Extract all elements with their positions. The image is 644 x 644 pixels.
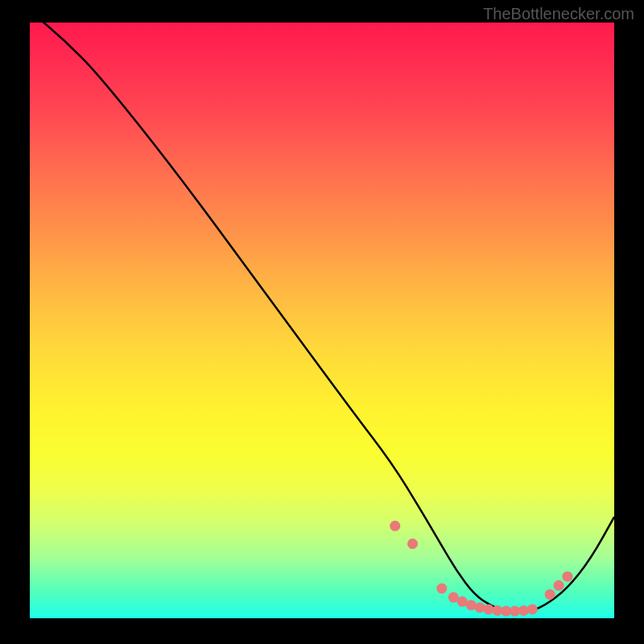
chart-svg xyxy=(30,23,614,618)
data-marker xyxy=(436,584,447,594)
data-marker xyxy=(390,521,400,531)
data-marker xyxy=(562,572,572,582)
data-marker xyxy=(527,604,538,614)
chart-area xyxy=(30,23,614,618)
watermark-text: TheBottlenecker.com xyxy=(483,5,634,23)
data-marker xyxy=(407,539,418,549)
data-marker xyxy=(466,600,477,610)
data-marker xyxy=(475,602,485,613)
data-marker xyxy=(545,589,555,600)
data-marker xyxy=(483,604,493,614)
data-markers xyxy=(390,521,572,617)
data-marker xyxy=(554,580,564,591)
curve-line xyxy=(30,10,614,612)
data-marker xyxy=(518,605,529,616)
